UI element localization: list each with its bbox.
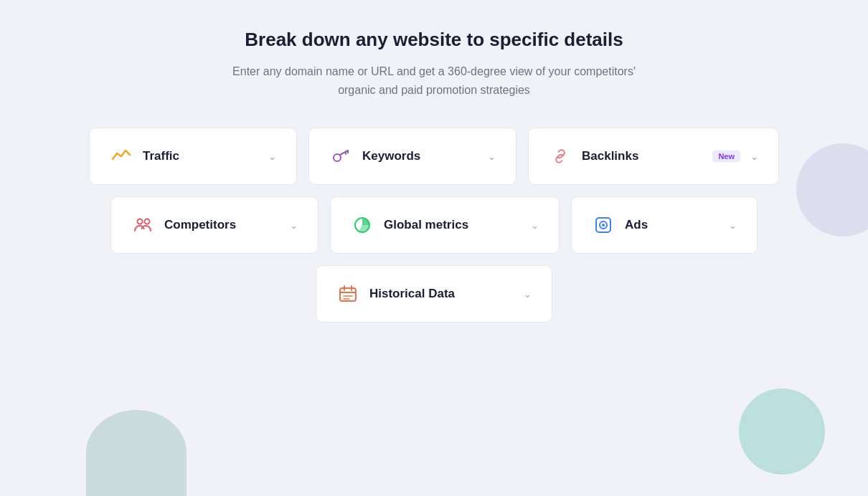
global-metrics-label: Global metrics	[384, 218, 521, 232]
global-metrics-chevron: ⌄	[531, 220, 539, 231]
cards-row-3: Historical Data ⌄	[316, 265, 552, 323]
page-wrapper: Break down any website to specific detai…	[0, 0, 868, 496]
historical-data-chevron: ⌄	[524, 289, 532, 300]
svg-point-4	[138, 219, 143, 224]
page-title: Break down any website to specific detai…	[219, 29, 649, 51]
competitors-label: Competitors	[164, 218, 280, 232]
card-traffic[interactable]: Traffic ⌄	[89, 128, 297, 185]
header: Break down any website to specific detai…	[219, 29, 649, 99]
traffic-chevron: ⌄	[268, 151, 276, 162]
card-historical-data[interactable]: Historical Data ⌄	[316, 265, 552, 323]
backlinks-icon	[549, 145, 572, 168]
keywords-chevron: ⌄	[488, 151, 496, 162]
competitors-chevron: ⌄	[290, 220, 298, 231]
cards-container: Traffic ⌄ Keywords ⌄	[75, 128, 793, 323]
cards-row-1: Traffic ⌄ Keywords ⌄	[89, 128, 779, 185]
keywords-label: Keywords	[362, 149, 478, 163]
traffic-label: Traffic	[143, 149, 258, 163]
svg-line-1	[340, 151, 348, 155]
ads-label: Ads	[625, 218, 719, 232]
backlinks-label: Backlinks	[582, 149, 702, 163]
global-icon	[351, 214, 374, 237]
keywords-icon	[329, 145, 352, 168]
page-subtitle: Enter any domain name or URL and get a 3…	[219, 62, 649, 99]
card-competitors[interactable]: Competitors ⌄	[110, 196, 319, 254]
backlinks-chevron: ⌄	[750, 151, 758, 162]
cards-row-2: Competitors ⌄ Global metrics ⌄	[110, 196, 758, 254]
card-backlinks[interactable]: Backlinks New ⌄	[528, 128, 779, 185]
card-global-metrics[interactable]: Global metrics ⌄	[330, 196, 560, 254]
decorative-circle-blue	[796, 143, 868, 237]
ads-chevron: ⌄	[729, 220, 737, 231]
card-keywords[interactable]: Keywords ⌄	[308, 128, 516, 185]
competitors-icon	[131, 214, 154, 237]
historical-data-label: Historical Data	[369, 287, 514, 301]
decorative-circle-teal	[86, 410, 187, 496]
historical-icon	[336, 282, 359, 305]
traffic-icon	[110, 145, 133, 168]
decorative-circle-green	[739, 388, 825, 474]
new-badge: New	[712, 151, 740, 162]
svg-point-9	[602, 224, 605, 226]
svg-point-5	[145, 219, 150, 224]
card-ads[interactable]: Ads ⌄	[571, 196, 758, 254]
ads-icon	[592, 214, 615, 237]
